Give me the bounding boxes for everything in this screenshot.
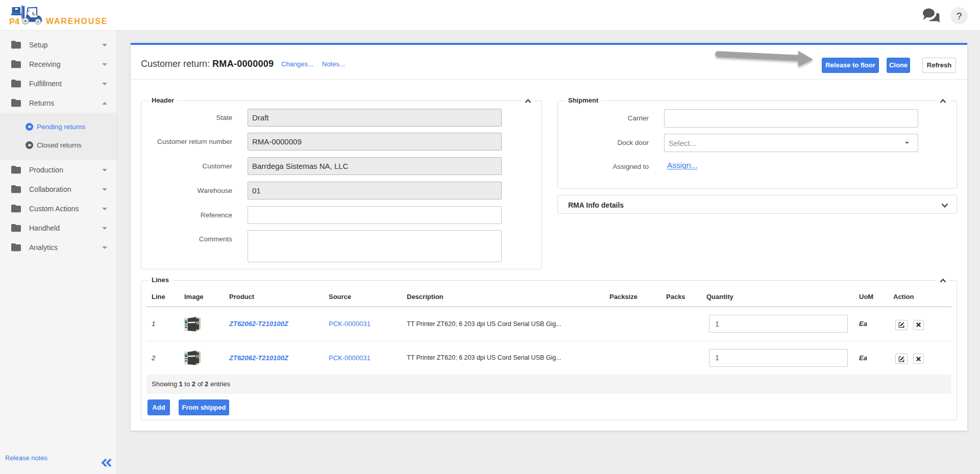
svg-text:?: ?	[957, 11, 962, 21]
svg-text:P4: P4	[9, 17, 20, 26]
